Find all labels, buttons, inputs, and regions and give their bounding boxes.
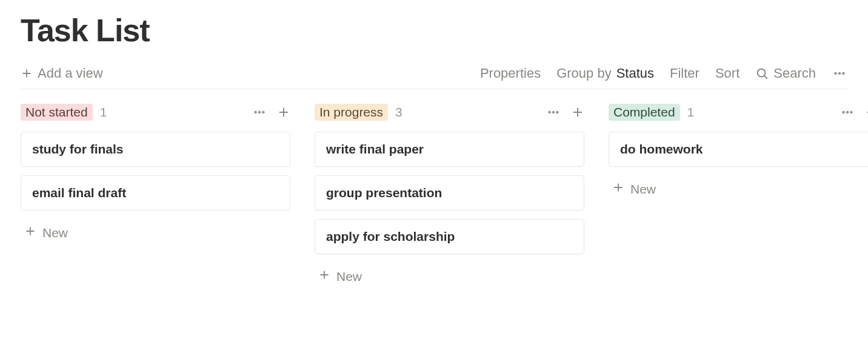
column-header-right <box>252 106 290 119</box>
more-icon <box>832 67 847 80</box>
new-task-button[interactable]: New <box>315 263 584 290</box>
filter-label: Filter <box>670 66 699 81</box>
column-status-tag[interactable]: Completed <box>609 104 680 121</box>
svg-point-6 <box>262 111 265 113</box>
column-add-button[interactable] <box>277 106 290 119</box>
column-more-button[interactable] <box>840 106 855 119</box>
group-by-value: Status <box>616 66 654 81</box>
column-add-button[interactable] <box>865 106 868 119</box>
properties-label: Properties <box>480 66 541 81</box>
column-header-left: Completed1 <box>609 104 694 121</box>
group-by-prefix: Group by <box>556 66 612 81</box>
plus-icon <box>24 225 36 240</box>
more-menu-button[interactable] <box>832 67 847 80</box>
filter-button[interactable]: Filter <box>670 66 699 81</box>
svg-point-0 <box>758 69 766 77</box>
toolbar: Add a view Properties Group by Status Fi… <box>21 66 847 89</box>
task-card[interactable]: study for finals <box>21 132 290 167</box>
svg-point-9 <box>556 111 559 113</box>
sort-label: Sort <box>715 66 739 81</box>
search-icon <box>755 67 769 80</box>
search-button[interactable]: Search <box>755 66 816 81</box>
column-status-tag[interactable]: Not started <box>21 104 93 121</box>
column-add-button[interactable] <box>571 106 584 119</box>
column-status-tag[interactable]: In progress <box>315 104 388 121</box>
svg-point-8 <box>552 111 555 113</box>
svg-point-10 <box>843 111 845 113</box>
plus-icon <box>21 67 33 79</box>
column-more-button[interactable] <box>546 106 561 119</box>
new-task-button[interactable]: New <box>609 175 868 203</box>
column: Completed1do homeworkNew <box>609 104 868 290</box>
task-card[interactable]: email final draft <box>21 175 290 211</box>
svg-point-12 <box>850 111 853 113</box>
task-card[interactable]: write final paper <box>315 132 584 167</box>
column-header-right <box>840 106 868 119</box>
column-header-left: Not started1 <box>21 104 107 121</box>
new-task-button[interactable]: New <box>21 219 290 246</box>
column-header-left: In progress3 <box>315 104 402 121</box>
column-more-button[interactable] <box>252 106 267 119</box>
search-label: Search <box>773 66 816 81</box>
column-header: Completed1 <box>609 104 868 121</box>
column: In progress3write final papergroup prese… <box>315 104 584 290</box>
new-task-label: New <box>42 226 68 240</box>
column-count: 3 <box>395 105 402 120</box>
column-header-right <box>546 106 584 119</box>
board: Not started1study for finalsemail final … <box>21 104 847 290</box>
page-title: Task List <box>21 12 847 49</box>
properties-button[interactable]: Properties <box>480 66 541 81</box>
task-card[interactable]: group presentation <box>315 175 584 211</box>
svg-point-4 <box>255 111 257 113</box>
column-count: 1 <box>100 105 107 120</box>
svg-point-1 <box>835 72 837 75</box>
column-header: In progress3 <box>315 104 584 121</box>
svg-point-11 <box>846 111 849 113</box>
new-task-label: New <box>630 182 656 197</box>
plus-icon <box>612 181 624 197</box>
svg-point-7 <box>549 111 551 113</box>
page: Task List Add a view Properties Group by… <box>0 0 868 314</box>
add-view-button[interactable]: Add a view <box>21 66 103 81</box>
plus-icon <box>318 269 330 284</box>
column-header: Not started1 <box>21 104 290 121</box>
toolbar-right: Properties Group by Status Filter Sort S… <box>480 66 847 81</box>
task-card[interactable]: apply for scholarship <box>315 219 584 254</box>
group-by-button[interactable]: Group by Status <box>556 66 654 81</box>
column: Not started1study for finalsemail final … <box>21 104 290 290</box>
toolbar-left: Add a view <box>21 66 103 81</box>
task-card[interactable]: do homework <box>609 132 868 167</box>
add-view-label: Add a view <box>38 66 103 81</box>
new-task-label: New <box>336 269 362 284</box>
sort-button[interactable]: Sort <box>715 66 739 81</box>
svg-point-2 <box>838 72 841 75</box>
svg-point-5 <box>258 111 261 113</box>
svg-point-3 <box>843 72 845 75</box>
column-count: 1 <box>687 105 695 120</box>
